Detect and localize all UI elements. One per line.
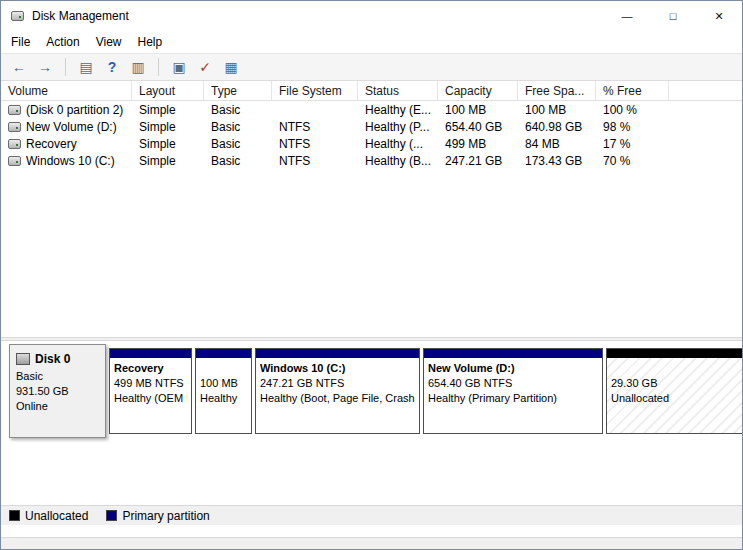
table-cell: (Disk 0 partition 2) [1,103,132,117]
disk-info-box[interactable]: Disk 0 Basic 931.50 GB Online [9,344,106,438]
window-title: Disk Management [32,9,129,23]
table-cell: 173.43 GB [518,154,596,168]
column-header-volume[interactable]: Volume [1,81,132,100]
table-cell: 247.21 GB [438,154,518,168]
disk-management-window: Disk Management — □ ✕ FileActionViewHelp… [0,0,743,550]
forward-icon[interactable]: → [33,56,57,78]
column-header-capacity[interactable]: Capacity [438,81,518,100]
volume-row[interactable]: RecoverySimpleBasicNTFSHealthy (...499 M… [1,135,742,152]
partition-primary[interactable]: Recovery499 MB NTFSHealthy (OEM Partitio… [109,348,192,434]
maximize-button[interactable]: □ [650,1,696,31]
partition-name [200,361,247,376]
menu-item-action[interactable]: Action [38,32,87,52]
tooltip-icon[interactable]: ▣ [167,56,191,78]
bottom-gap [1,525,742,537]
graphical-view: Disk 0 Basic 931.50 GB Online Recovery49… [1,341,742,505]
help-icon[interactable]: ? [100,56,124,78]
table-cell: Healthy (... [358,137,438,151]
partition-unallocated[interactable]: 29.30 GBUnallocated [606,348,743,434]
show-action-pane-icon[interactable]: ▥ [126,56,150,78]
partition-size: 499 MB NTFS [114,376,187,391]
volume-table-body: (Disk 0 partition 2)SimpleBasicHealthy (… [1,101,742,169]
legend-label: Unallocated [25,509,88,523]
column-header-type[interactable]: Type [204,81,272,100]
partition-color-band [110,349,191,358]
partition-body: 100 MBHealthy [196,358,251,434]
disk-capacity: 931.50 GB [16,384,99,399]
disk-row: Disk 0 Basic 931.50 GB Online Recovery49… [9,344,742,438]
partition-size: 100 MB [200,376,247,391]
partition-color-band [424,349,602,358]
partition-color-band [256,349,419,358]
menu-item-help[interactable]: Help [130,32,171,52]
disk-name: Disk 0 [35,352,70,366]
table-cell: NTFS [272,120,358,134]
table-cell: New Volume (D:) [1,120,132,134]
partition-primary[interactable]: 100 MBHealthy [195,348,252,434]
column-header-file-system[interactable]: File System [272,81,358,100]
table-cell: NTFS [272,137,358,151]
volume-name: New Volume (D:) [26,120,117,134]
partition-size: 29.30 GB [611,376,738,391]
table-cell: Simple [132,103,204,117]
volume-name: Recovery [26,137,77,151]
table-cell: 100 MB [518,103,596,117]
title-bar[interactable]: Disk Management — □ ✕ [1,1,742,31]
table-cell: 499 MB [438,137,518,151]
volume-row[interactable]: Windows 10 (C:)SimpleBasicNTFSHealthy (B… [1,152,742,169]
table-cell: 100 MB [438,103,518,117]
menu-item-file[interactable]: File [3,32,38,52]
table-header: VolumeLayoutTypeFile SystemStatusCapacit… [1,81,742,101]
disk-title: Disk 0 [16,352,99,366]
partition-size: 654.40 GB NTFS [428,376,598,391]
partition-body: Windows 10 (C:)247.21 GB NTFSHealthy (Bo… [256,358,419,434]
table-cell: 98 % [596,120,669,134]
menu-bar: FileActionViewHelp [1,31,742,53]
column-header-free[interactable]: % Free [596,81,669,100]
partition-primary[interactable]: New Volume (D:)654.40 GB NTFSHealthy (Pr… [423,348,603,434]
table-cell: Basic [204,137,272,151]
minimize-button[interactable]: — [604,1,650,31]
partition-status: Healthy (Boot, Page File, Crash Dump, Pr… [260,391,415,406]
disk-icon [16,353,30,365]
partition-color-band [607,349,742,358]
toolbar-separator [65,58,66,76]
legend-label: Primary partition [122,509,209,523]
table-cell: Healthy (P... [358,120,438,134]
toolbar: ←→▤?▥▣✓▦ [1,53,742,81]
partitions: Recovery499 MB NTFSHealthy (OEM Partitio… [109,348,743,434]
check-disk-icon[interactable]: ✓ [193,56,217,78]
legend-item: Primary partition [106,509,209,523]
table-cell: 17 % [596,137,669,151]
volume-row[interactable]: (Disk 0 partition 2)SimpleBasicHealthy (… [1,101,742,118]
status-bar [1,537,742,549]
export-list-icon[interactable]: ▦ [219,56,243,78]
volume-icon [8,139,21,149]
column-header-layout[interactable]: Layout [132,81,204,100]
menu-item-view[interactable]: View [88,32,130,52]
column-header-free-spa[interactable]: Free Spa... [518,81,596,100]
table-cell: Basic [204,103,272,117]
column-header-status[interactable]: Status [358,81,438,100]
back-icon[interactable]: ← [7,56,31,78]
close-button[interactable]: ✕ [696,1,742,31]
partition-status: Healthy [200,391,247,406]
table-cell: Basic [204,120,272,134]
partition-name: Recovery [114,361,187,376]
partition-status: Healthy (OEM Partition) [114,391,187,406]
show-console-tree-icon[interactable]: ▤ [74,56,98,78]
table-cell: Basic [204,154,272,168]
table-cell: Simple [132,154,204,168]
partition-size: 247.21 GB NTFS [260,376,415,391]
volume-name: (Disk 0 partition 2) [26,103,123,117]
legend-swatch [9,510,20,521]
window-controls: — □ ✕ [604,1,742,31]
volume-row[interactable]: New Volume (D:)SimpleBasicNTFSHealthy (P… [1,118,742,135]
partition-body: 29.30 GBUnallocated [607,358,742,434]
table-cell: Healthy (B... [358,154,438,168]
legend-item: Unallocated [9,509,88,523]
partition-primary[interactable]: Windows 10 (C:)247.21 GB NTFSHealthy (Bo… [255,348,420,434]
table-cell: Simple [132,120,204,134]
legend-bar: UnallocatedPrimary partition [1,505,742,525]
volume-icon [8,156,21,166]
